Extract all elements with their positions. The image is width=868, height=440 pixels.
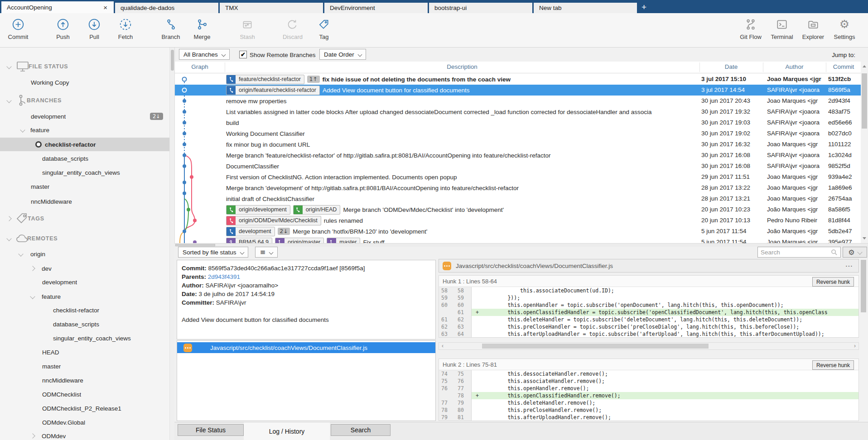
stash-button[interactable]: Stash (233, 17, 262, 40)
sort-order-dropdown[interactable]: Date Order (319, 49, 366, 60)
column-header-description[interactable]: Description (225, 63, 699, 70)
pull-button[interactable]: Pull (80, 17, 109, 40)
fetch-button[interactable]: Fetch (111, 17, 140, 40)
chevron-down-icon[interactable] (6, 64, 11, 69)
commit-row[interactable]: remove mw properties 30 jun 2017 20:43Jo… (175, 96, 861, 106)
close-icon[interactable]: × (102, 4, 108, 11)
branch-label[interactable]: development (226, 227, 275, 236)
commit-button[interactable]: Commit (4, 17, 33, 40)
branch-label[interactable]: origin/HEAD (293, 205, 341, 215)
scrollbar-thumb[interactable] (482, 344, 709, 349)
chevron-right-icon[interactable] (6, 216, 11, 221)
tab-bootstrap-ui[interactable]: bootstrap-ui (429, 3, 532, 13)
commit-row[interactable]: Merge branch 'feature/checklist-refactor… (175, 150, 861, 161)
file-sort-dropdown[interactable]: Sorted by file status (178, 247, 248, 258)
scroll-right-arrow-icon[interactable]: › (851, 343, 858, 349)
scroll-down-arrow-icon[interactable] (863, 237, 866, 239)
commit-list-scrollbar[interactable] (861, 62, 868, 243)
show-remote-branches-checkbox[interactable]: ✔ (239, 51, 247, 58)
sidebar-branch-nncmiddleware[interactable]: nncMiddleware (0, 195, 169, 208)
sidebar-branch-checklist-refactor[interactable]: checklist-refactor (0, 138, 169, 151)
chevron-down-icon[interactable] (30, 294, 35, 299)
commit-row[interactable]: First version of ChecklistNG. Action int… (175, 172, 861, 182)
chevron-right-icon[interactable] (30, 266, 35, 271)
push-button[interactable]: Push (48, 17, 77, 40)
tab-new-tab[interactable]: New tab (534, 3, 637, 13)
sidebar-remote-nncmiddleware[interactable]: nncMiddleware (0, 373, 169, 387)
commit-row[interactable]: initial draft of ChecklistChassifier 28 … (175, 193, 861, 204)
commit-row[interactable]: List variables assigned in latter code b… (175, 106, 861, 117)
search-options-button[interactable]: ⚙ (843, 247, 867, 258)
horizontal-splitter[interactable] (174, 243, 868, 247)
commit-row[interactable]: origin/ODMDev/Mdec/Checklist rules renam… (175, 215, 861, 226)
column-header-graph[interactable]: Graph (175, 63, 225, 70)
sidebar-branch-master[interactable]: master (0, 180, 169, 193)
sidebar-remote-dev[interactable]: dev (0, 262, 169, 275)
h-scrollbar-thumb[interactable] (175, 244, 215, 246)
chevron-right-icon[interactable] (30, 433, 35, 438)
discard-button[interactable]: Discard (278, 17, 307, 40)
sidebar-remote-folder-feature[interactable]: feature (0, 290, 169, 303)
commit-row-selected[interactable]: origin/feature/checklist-refactor Added … (175, 85, 861, 96)
reverse-hunk-button[interactable]: Reverse hunk (812, 360, 854, 370)
sidebar-remote-odmchecklist-p2-release1[interactable]: ODMChecklist_P2_Release1 (0, 402, 169, 415)
commit-row[interactable]: DocumentClassifier 30 jun 2017 16:08SAFI… (175, 161, 861, 172)
branch-button[interactable]: Branch (156, 17, 185, 40)
commit-row[interactable]: origin/development origin/HEAD Merge bra… (175, 204, 861, 215)
git-flow-button[interactable]: Git Flow (736, 17, 765, 40)
scrollbar-thumb[interactable] (861, 260, 866, 312)
new-tab-button[interactable]: + (641, 3, 646, 12)
commit-row[interactable]: BRM/5.64.9 origin/master master Fix stuf… (175, 237, 861, 243)
chevron-down-icon[interactable] (18, 251, 23, 256)
sidebar-remote-singular-entity-coach-views[interactable]: singular_entity_coach_views (0, 331, 169, 345)
search-input[interactable]: Search (757, 247, 841, 258)
scrollbar-thumb[interactable] (171, 50, 174, 71)
scrollbar-thumb[interactable] (862, 73, 867, 129)
merge-button[interactable]: Merge (188, 17, 217, 40)
tab-log-history[interactable]: Log / History (244, 422, 330, 440)
chevron-down-icon[interactable] (6, 236, 11, 241)
sidebar-remote-master[interactable]: master (0, 359, 169, 373)
diff-horizontal-scrollbar[interactable]: ‹ › (439, 342, 859, 350)
sidebar-scrollbar[interactable] (169, 48, 174, 440)
tab-qualidade-de-dados[interactable]: qualidade-de-dados (115, 3, 218, 13)
tab-tmx[interactable]: TMX (220, 3, 323, 13)
tab-file-status[interactable]: File Status (178, 424, 244, 436)
settings-button[interactable]: ⚙ Settings (830, 17, 859, 40)
sidebar-section-remotes[interactable]: REMOTES (0, 232, 169, 245)
tag-button[interactable]: Tag (309, 17, 338, 40)
commit-row[interactable]: Merge branch 'development' of http://git… (175, 182, 861, 193)
branch-label[interactable]: origin/ODMDev/Mdec/Checklist (226, 216, 321, 225)
sidebar-remote-development[interactable]: development (0, 275, 169, 289)
commit-row[interactable]: development 2↓ Merge branch 'hotfix/BRM-… (175, 226, 861, 237)
sidebar-branch-database-scripts[interactable]: database_scripts (0, 152, 169, 165)
sidebar-branch-development[interactable]: development 2↓ (0, 110, 169, 123)
tag-label[interactable]: BRM/5.64.9 (226, 238, 272, 244)
commit-row[interactable]: feature/checklist-refactor 1↑ fix hide i… (175, 74, 861, 85)
terminal-button[interactable]: Terminal (767, 17, 796, 40)
branch-label[interactable]: feature/checklist-refactor (226, 75, 304, 84)
explorer-button[interactable]: Explorer (799, 17, 828, 40)
sidebar-remote-checklist-refactor[interactable]: checklist-refactor (0, 303, 169, 317)
commit-row[interactable]: Working Document Classifier 30 jun 2017 … (175, 128, 861, 139)
diff-options-icon[interactable]: ··· (846, 263, 854, 269)
view-options-dropdown[interactable]: ≡ (255, 247, 278, 258)
file-row-selected[interactable]: Javascript/src/checklist/coachViews/Docu… (177, 342, 435, 353)
commit-row[interactable]: build 30 jun 2017 19:03SAFIRA\jvr <joaor… (175, 117, 861, 128)
tab-accountopening[interactable]: AccountOpening × (1, 1, 114, 13)
chevron-down-icon[interactable] (20, 127, 25, 132)
sidebar-remote-odmdev-global[interactable]: ODMdev.Global (0, 416, 169, 429)
sidebar-remote-database-scripts[interactable]: database_scripts (0, 317, 169, 331)
tab-search[interactable]: Search (331, 424, 391, 436)
sidebar-item-working-copy[interactable]: Working Copy (0, 76, 169, 89)
diff-vertical-scrollbar[interactable] (859, 259, 868, 422)
sidebar-section-branches[interactable]: BRANCHES (0, 94, 169, 107)
commit-row[interactable]: fix minor bug in document URL 30 jun 201… (175, 139, 861, 150)
column-header-author[interactable]: Author (763, 63, 826, 70)
sidebar-section-file-status[interactable]: FILE STATUS (0, 60, 169, 73)
sidebar-remote-odmdev[interactable]: ODMdev (0, 429, 169, 440)
reverse-hunk-button[interactable]: Reverse hunk (812, 277, 854, 287)
sidebar-remote-odmchecklist[interactable]: ODMChecklist (0, 387, 169, 401)
branch-label[interactable]: master (327, 238, 360, 244)
branch-label[interactable]: origin/master (275, 238, 324, 244)
